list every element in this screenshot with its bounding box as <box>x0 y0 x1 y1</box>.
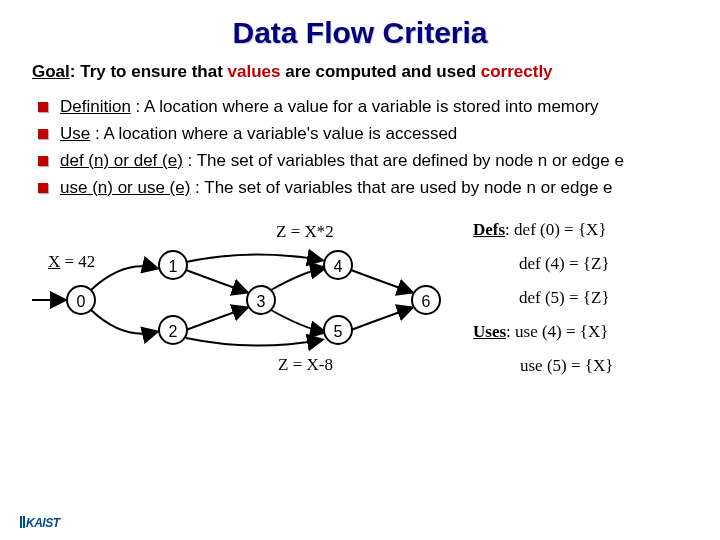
graph-edges <box>28 210 688 420</box>
annotation-zx8: Z = X-8 <box>278 355 333 375</box>
graph-node-1: 1 <box>158 250 188 280</box>
graph-node-6: 6 <box>411 285 441 315</box>
graph-node-0: 0 <box>66 285 96 315</box>
kaist-logo: KAIST <box>20 516 60 530</box>
goal-line: Goal: Try to ensure that values are comp… <box>32 62 692 82</box>
annotation-x42: X = 42 <box>48 252 95 272</box>
slide-title: Data Flow Criteria <box>28 16 692 50</box>
flow-diagram: 0 1 2 3 4 5 6 X = 42 Z = X*2 Z = X-8 Def… <box>28 210 688 420</box>
list-item: Use : A location where a variable's valu… <box>36 123 692 146</box>
goal-label: Goal <box>32 62 70 81</box>
graph-node-5: 5 <box>323 315 353 345</box>
list-item: use (n) or use (e) : The set of variable… <box>36 177 692 200</box>
annotation-zx2: Z = X*2 <box>276 222 334 242</box>
list-item: Definition : A location where a value fo… <box>36 96 692 119</box>
graph-node-4: 4 <box>323 250 353 280</box>
graph-node-2: 2 <box>158 315 188 345</box>
bullet-list: Definition : A location where a value fo… <box>28 96 692 200</box>
graph-node-3: 3 <box>246 285 276 315</box>
list-item: def (n) or def (e) : The set of variable… <box>36 150 692 173</box>
